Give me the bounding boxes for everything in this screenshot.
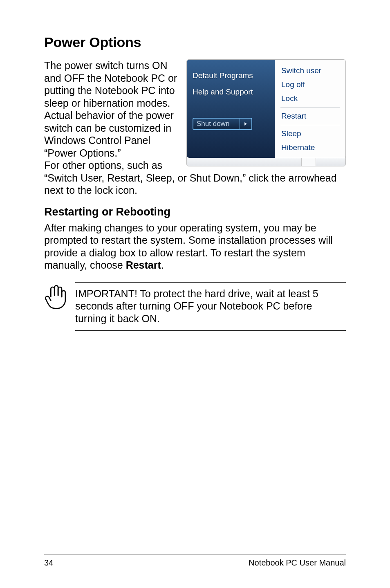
- shutdown-button-label: Shut down: [193, 119, 240, 129]
- important-hand-icon: [44, 282, 66, 312]
- body-paragraph-2-b: .: [161, 259, 164, 271]
- start-menu-item-help-support[interactable]: Help and Support: [193, 88, 271, 97]
- page-number: 34: [44, 558, 53, 568]
- menu-item-sleep[interactable]: Sleep: [280, 127, 340, 141]
- start-menu-left-pane: Default Programs Help and Support Shut d…: [187, 60, 275, 158]
- svg-marker-0: [244, 122, 247, 126]
- menu-item-hibernate[interactable]: Hibernate: [280, 141, 340, 155]
- menu-divider: [280, 125, 340, 125]
- start-menu-screenshot: Default Programs Help and Support Shut d…: [186, 59, 346, 166]
- body-paragraph-2: After making changes to your operating s…: [44, 222, 346, 272]
- power-menu-flyout: Switch user Log off Lock Restart Sleep H…: [275, 60, 345, 158]
- start-menu-item-default-programs[interactable]: Default Programs: [193, 71, 271, 80]
- menu-item-switch-user[interactable]: Switch user: [280, 64, 340, 78]
- important-callout-text: IMPORTANT! To protect the hard drive, wa…: [75, 282, 346, 331]
- menu-item-log-off[interactable]: Log off: [280, 78, 340, 92]
- shutdown-arrow-icon[interactable]: [240, 119, 251, 129]
- page-title: Power Options: [44, 34, 346, 50]
- taskbar-strip: [187, 158, 345, 166]
- menu-item-lock[interactable]: Lock: [280, 92, 340, 105]
- restart-bold: Restart: [126, 259, 161, 271]
- page-footer: 34 Notebook PC User Manual: [44, 554, 346, 568]
- menu-item-restart[interactable]: Restart: [280, 109, 340, 123]
- shutdown-button[interactable]: Shut down: [193, 118, 252, 130]
- body-paragraph-2-a: After making changes to your operating s…: [44, 222, 333, 271]
- subheading-restarting: Restarting or Rebooting: [44, 206, 346, 218]
- menu-divider: [280, 107, 340, 108]
- manual-title: Notebook PC User Manual: [249, 558, 346, 568]
